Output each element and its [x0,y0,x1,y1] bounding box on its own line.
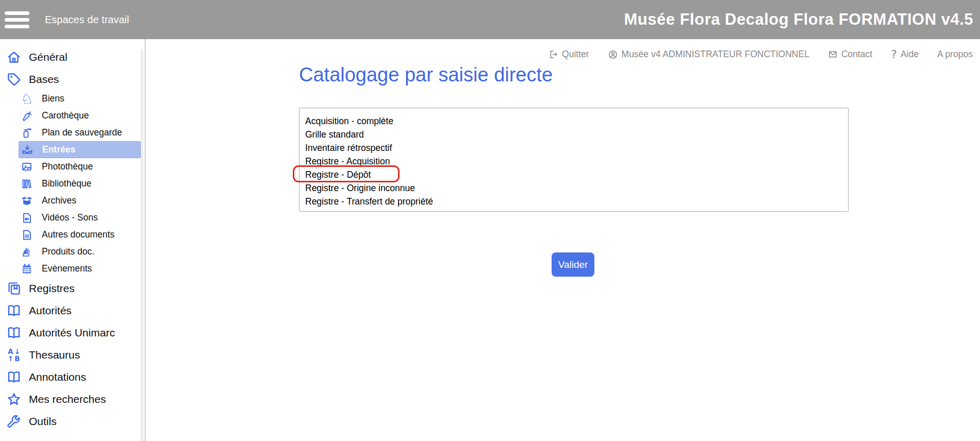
sidebar-item-general[interactable]: Général [0,46,145,68]
sidebar-item-produits-doc[interactable]: Produits doc. [19,243,141,260]
listbox-option[interactable]: Registre - Origine inconnue [300,181,848,195]
grid-listbox[interactable]: Acquisition - complète Grille standard I… [299,108,849,212]
question-icon: ? [891,48,897,61]
sidebar-item-label: Produits doc. [42,246,94,257]
papers-icon [20,246,34,258]
wrench-icon [5,414,23,429]
sidebar-item-registres[interactable]: Registres [0,277,145,299]
tag-icon [5,72,23,87]
sidebar-item-label: Plan de sauvegarde [42,127,122,138]
sidebar-item-autres-documents[interactable]: Autres documents [19,226,141,243]
open-book-icon [5,325,23,341]
sidebar-item-label: Thesaurus [29,349,80,361]
user-account-link[interactable]: Musée v4 ADMINISTRATEUR FONCTIONNEL [608,49,809,60]
sidebar-item-label: Entrées [42,144,75,155]
sidebar-item-phototheque[interactable]: Photothèque [19,158,141,175]
logout-icon [549,49,558,59]
sidebar-item-annotations[interactable]: Annotations [0,366,145,388]
sort-alpha-icon: A↓↑B [5,348,23,362]
hamburger-bar [5,18,29,22]
sidebar-item-label: Evènements [42,263,92,274]
box-open-icon [20,195,34,207]
sidebar-item-autorites-unimarc[interactable]: Autorités Unimarc [0,321,145,344]
page-title: Catalogage par saisie directe [299,64,553,86]
header-links: Quitter Musée v4 ADMINISTRATEUR FONCTION… [146,39,980,61]
sidebar-item-bibliotheque[interactable]: Bibliothèque [19,175,141,192]
listbox-option-highlighted[interactable]: Registre - Dépôt [300,168,848,181]
app-title: Musée Flora Decalog Flora FORMATION v4.5 [624,10,973,29]
sidebar-item-plan-de-sauvegarde[interactable]: Plan de sauvegarde [19,124,141,141]
sidebar-item-label: Vidéos - Sons [42,212,98,223]
listbox-option[interactable]: Registre - Acquisition [300,155,848,168]
sidebar: Général Bases ♘ Biens Carothèque [0,39,145,441]
hamburger-bar [5,25,29,28]
hamburger-menu-icon[interactable] [5,11,29,28]
aide-link[interactable]: ? Aide [891,48,919,61]
sidebar-item-label: Autorités [29,304,72,317]
sidebar-item-mes-recherches[interactable]: Mes recherches [0,388,145,410]
hamburger-bar [5,11,29,15]
calendar-icon [20,263,34,275]
fire-extinguisher-icon [20,127,34,139]
listbox-option[interactable]: Registre - Transfert de propriété [300,195,848,208]
chess-knight-icon: ♘ [20,92,34,106]
valider-button[interactable]: Valider [552,252,594,277]
user-circle-icon [608,49,618,60]
sidebar-item-videos-sons[interactable]: Vidéos - Sons [19,209,141,226]
sidebar-item-label: Registres [29,282,75,295]
copies-icon [5,281,23,296]
sidebar-item-label: Autres documents [42,229,114,240]
sidebar-item-label: Carothèque [42,110,89,121]
sidebar-item-label: Biens [42,93,64,104]
listbox-option[interactable]: Acquisition - complète [300,114,848,128]
workspace-label[interactable]: Espaces de travail [45,14,129,26]
sidebar-item-label: Mes recherches [29,393,106,405]
listbox-option[interactable]: Inventaire rétrospectif [300,141,848,155]
sidebar-item-entrees[interactable]: Entrées [19,141,141,158]
file-lines-icon [20,229,34,241]
main-content: Quitter Musée v4 ADMINISTRATEUR FONCTION… [146,39,980,441]
sidebar-item-label: Outils [29,415,57,428]
sidebar-item-carotheque[interactable]: Carothèque [19,107,141,124]
sidebar-item-label: Archives [42,195,76,206]
sidebar-item-label: Autorités Unimarc [29,327,115,339]
sidebar-item-label: Général [29,51,68,63]
file-video-icon [20,212,34,224]
sidebar-item-archives[interactable]: Archives [19,192,141,209]
books-icon [20,178,34,190]
open-book-icon [5,303,23,318]
a-propos-link[interactable]: A propos [937,49,973,60]
image-icon [20,161,34,173]
sidebar-item-bases[interactable]: Bases [0,68,145,90]
sidebar-item-outils[interactable]: Outils [0,410,145,432]
star-icon [5,392,23,407]
quitter-link[interactable]: Quitter [549,49,589,60]
sidebar-scrollbar[interactable] [141,49,143,441]
envelope-icon [828,49,838,59]
sidebar-item-autorites[interactable]: Autorités [0,299,145,321]
contact-link[interactable]: Contact [828,49,872,60]
sidebar-item-label: Photothèque [42,161,93,172]
topbar: Espaces de travail Musée Flora Decalog F… [0,0,980,39]
home-icon [5,49,23,65]
sidebar-item-label: Annotations [29,371,86,383]
sidebar-item-evenements[interactable]: Evènements [19,260,141,277]
open-book-icon [5,369,23,385]
sidebar-item-thesaurus[interactable]: A↓↑B Thesaurus [0,344,145,366]
sidebar-item-biens[interactable]: ♘ Biens [19,90,141,107]
listbox-option[interactable]: Grille standard [300,128,848,141]
inbox-in-icon [21,144,34,156]
sidebar-item-label: Bases [29,73,59,86]
carrot-icon [20,110,34,122]
sidebar-item-label: Bibliothèque [42,178,91,189]
